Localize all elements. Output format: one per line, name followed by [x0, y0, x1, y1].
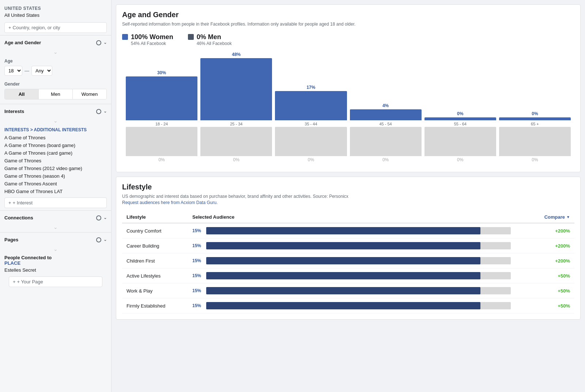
- women-bar: [499, 117, 571, 120]
- gender-men-button[interactable]: Men: [39, 89, 73, 99]
- women-color-swatch: [122, 34, 128, 40]
- acxiom-link[interactable]: Request audiences here from Acxiom Data …: [122, 200, 218, 205]
- pages-controls: ⌄: [96, 237, 107, 242]
- age-group: 4%45 - 540%: [350, 103, 422, 162]
- lifestyle-table-row: Country Comfort15%+200%: [122, 223, 574, 238]
- age-gender-circle-icon[interactable]: [96, 40, 101, 45]
- interest-item[interactable]: A Game of Thrones: [0, 134, 111, 142]
- women-legend-text: 100% Women 54% All Facebook: [131, 33, 173, 46]
- men-bar: [499, 127, 571, 156]
- divider-4: [0, 232, 111, 233]
- age-section: Age 18 21 25 — Any 24 34: [0, 56, 111, 79]
- lifestyle-compare-cell: +50%: [515, 298, 574, 313]
- plus-icon: +: [8, 25, 11, 30]
- pages-section-header[interactable]: Pages ⌄: [0, 234, 111, 245]
- age-gender-card: Age and Gender Self-reported information…: [116, 4, 581, 172]
- lifestyle-bar-track: [206, 227, 511, 234]
- pages-circle-icon[interactable]: [96, 237, 101, 242]
- lifestyle-card-subtitle: US demographic and interest data based o…: [122, 193, 574, 206]
- people-connected-text: People Connected to: [4, 255, 52, 260]
- men-bar-pct: 0%: [308, 157, 314, 162]
- lifestyle-compare-cell: +50%: [515, 283, 574, 298]
- age-gender-section-header[interactable]: Age and Gender ⌄: [0, 37, 111, 48]
- women-bar-pct: 48%: [232, 52, 241, 57]
- lifestyle-table-row: Work & Play15%+50%: [122, 283, 574, 298]
- interest-item[interactable]: Game of Thrones (2012 video game): [0, 165, 111, 172]
- interests-chevron-icon[interactable]: ⌄: [103, 109, 107, 114]
- gender-section: Gender All Men Women: [0, 79, 111, 102]
- lifestyle-bar-cell: 15%: [188, 298, 515, 313]
- interest-item[interactable]: A Game of Thrones (card game): [0, 149, 111, 157]
- women-bar-pct: 17%: [306, 85, 315, 90]
- age-group: 17%35 - 440%: [275, 85, 347, 162]
- men-bar: [424, 127, 496, 156]
- men-bar-pct: 0%: [382, 157, 389, 162]
- lifestyle-bar-track: [206, 287, 511, 294]
- interest-placeholder: + Interest: [13, 200, 33, 206]
- interests-label: Interests: [4, 109, 24, 114]
- men-bar-pct: 0%: [233, 157, 239, 162]
- women-bar-pct: 0%: [532, 111, 538, 116]
- pages-chevron-icon[interactable]: ⌄: [103, 237, 107, 242]
- lifestyle-bar-fill: [206, 272, 480, 279]
- lifestyle-bar-fill: [206, 257, 480, 264]
- connections-arrow: ⌄: [0, 223, 111, 231]
- lifestyle-table: Lifestyle Selected Audience Compare ▼ Co…: [122, 211, 574, 313]
- women-bar-pct: 4%: [382, 103, 389, 108]
- interest-item[interactable]: Game of Thrones (season 4): [0, 172, 111, 180]
- age-dash: —: [24, 68, 29, 74]
- age-range-label: 55 - 64: [454, 122, 467, 126]
- men-bar-pct: 0%: [532, 157, 538, 162]
- age-max-select[interactable]: Any 24 34: [31, 66, 52, 76]
- interest-items-list: A Game of Thrones A Game of Thrones (boa…: [0, 134, 111, 195]
- age-gender-chart: 30%18 - 240%48%25 - 340%17%35 - 440%4%45…: [122, 52, 574, 166]
- lifestyle-compare-cell: +200%: [515, 238, 574, 253]
- your-page-input[interactable]: + + Your Page: [9, 276, 102, 287]
- lifestyle-table-row: Active Lifestyles15%+50%: [122, 268, 574, 283]
- women-bar: [350, 109, 422, 120]
- connections-circle-icon[interactable]: [96, 215, 101, 220]
- men-pct-label: 0% Men: [197, 33, 232, 41]
- place-label: PLACE: [4, 260, 20, 266]
- lifestyle-compare-cell: +200%: [515, 223, 574, 238]
- age-gender-label: Age and Gender: [4, 40, 41, 45]
- interest-item[interactable]: HBO Game of Thrones LAT: [0, 188, 111, 195]
- gender-label: Gender: [4, 82, 107, 87]
- interest-item[interactable]: Game of Thrones Ascent: [0, 180, 111, 188]
- interest-item[interactable]: Game of Thrones: [0, 157, 111, 165]
- interests-section-header[interactable]: Interests ⌄: [0, 106, 111, 117]
- main-content: Age and Gender Self-reported information…: [112, 0, 585, 392]
- connections-section-header[interactable]: Connections ⌄: [0, 212, 111, 223]
- men-bar: [275, 127, 347, 156]
- lifestyle-bar-fill: [206, 227, 480, 234]
- age-min-select[interactable]: 18 21 25: [4, 66, 22, 76]
- location-placeholder: Country, region, or city: [13, 25, 60, 30]
- age-gender-controls: ⌄: [96, 40, 107, 45]
- location-input[interactable]: + Country, region, or city: [4, 22, 107, 33]
- location-section: UNITED STATES All United States + Countr…: [0, 4, 111, 33]
- age-gender-chevron-icon[interactable]: ⌄: [103, 40, 107, 45]
- age-range-label: 65 +: [531, 122, 539, 126]
- compare-chevron-icon[interactable]: ▼: [566, 215, 570, 219]
- women-bar: [200, 58, 272, 120]
- interests-controls: ⌄: [96, 109, 107, 114]
- lifestyle-bar-cell: 15%: [188, 283, 515, 298]
- interests-circle-icon[interactable]: [96, 109, 101, 114]
- lifestyle-compare-cell: +200%: [515, 253, 574, 268]
- men-legend-text: 0% Men 46% All Facebook: [197, 33, 232, 46]
- lifestyle-bar-fill: [206, 242, 480, 249]
- legend-women: 100% Women 54% All Facebook: [122, 33, 173, 46]
- gender-all-button[interactable]: All: [5, 89, 39, 99]
- interest-input[interactable]: + + Interest: [4, 197, 107, 208]
- men-bar: [126, 127, 197, 156]
- country-value: All United States: [0, 12, 111, 20]
- lifestyle-subtitle-text: US demographic and interest data based o…: [122, 194, 348, 199]
- divider-3: [0, 210, 111, 211]
- age-gender-card-title: Age and Gender: [122, 11, 574, 19]
- lifestyle-row-name: Active Lifestyles: [122, 268, 188, 283]
- interest-item[interactable]: A Game of Thrones (board game): [0, 142, 111, 149]
- connections-chevron-icon[interactable]: ⌄: [103, 215, 107, 220]
- women-bar-pct: 0%: [457, 111, 463, 116]
- your-page-placeholder: + Your Page: [17, 279, 43, 284]
- gender-women-button[interactable]: Women: [73, 89, 106, 99]
